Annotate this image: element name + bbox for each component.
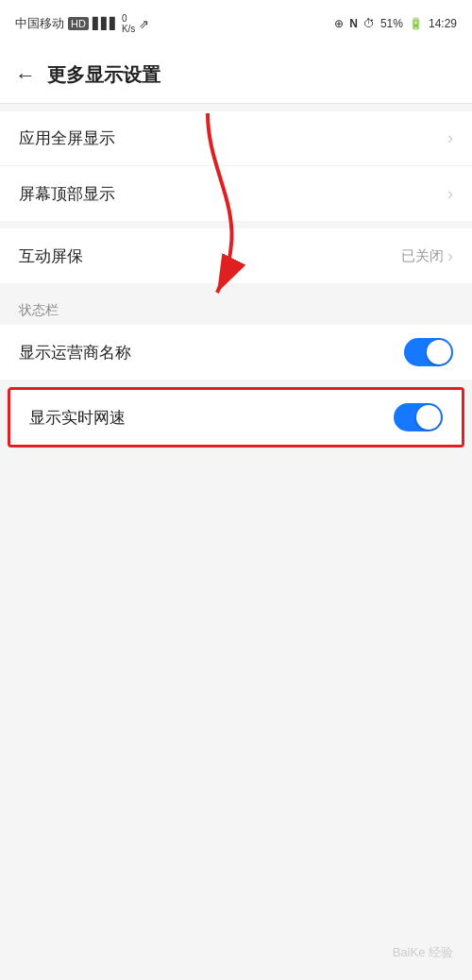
clock-icon: ⏱ [363, 17, 375, 30]
top-display-label: 屏幕顶部显示 [19, 183, 115, 205]
bluetooth-icon: ⊕ [334, 17, 344, 30]
settings-content: 应用全屏显示 › 屏幕顶部显示 › 互动屏保 已关闭 › 状态栏 显示运营商名称 [0, 111, 472, 448]
screensaver-value: 已关闭 [401, 247, 444, 265]
battery-level: 51% [380, 17, 403, 30]
highlight-wrapper: 显示实时网速 [0, 387, 472, 448]
share-icon: ⇗ [139, 17, 149, 31]
watermark: BaiKe 经验 [393, 944, 453, 961]
settings-group-3: 显示运营商名称 [0, 325, 472, 380]
toggle-knob [416, 405, 441, 430]
page-title: 更多显示设置 [47, 62, 160, 88]
list-item[interactable]: 屏幕顶部显示 › [0, 166, 472, 221]
list-item[interactable]: 互动屏保 已关闭 › [0, 228, 472, 283]
back-button[interactable]: ← [15, 63, 36, 88]
list-item: 显示运营商名称 [0, 325, 472, 380]
fullscreen-right: › [447, 128, 453, 148]
nfc-icon: N [349, 17, 358, 30]
list-item: 显示实时网速 [10, 390, 462, 445]
data-speed-label: 0K/s [122, 13, 135, 34]
chevron-right-icon: › [447, 184, 453, 204]
screensaver-label: 互动屏保 [19, 245, 83, 267]
battery-icon: 🔋 [409, 17, 423, 30]
highlighted-setting-box: 显示实时网速 [8, 387, 464, 448]
network-speed-toggle[interactable] [394, 403, 443, 431]
chevron-right-icon: › [447, 246, 453, 266]
operator-name-label: 显示运营商名称 [19, 342, 131, 363]
status-bar-right: ⊕ N ⏱ 51% 🔋 14:29 [334, 17, 457, 30]
top-display-right: › [447, 184, 453, 204]
settings-group-1: 应用全屏显示 › 屏幕顶部显示 › [0, 111, 472, 221]
status-bar-left: 中国移动 HD ▋▋▋ 0K/s ⇗ [15, 13, 149, 34]
list-item[interactable]: 应用全屏显示 › [0, 111, 472, 166]
time-label: 14:29 [429, 17, 457, 30]
carrier-label: 中国移动 [15, 15, 64, 32]
operator-name-toggle[interactable] [404, 338, 453, 366]
network-type-badge: HD [68, 17, 89, 30]
fullscreen-label: 应用全屏显示 [19, 127, 115, 149]
signal-bars-icon: ▋▋▋ [93, 17, 118, 30]
status-bar: 中国移动 HD ▋▋▋ 0K/s ⇗ ⊕ N ⏱ 51% 🔋 14:29 [0, 0, 472, 47]
toggle-knob [427, 340, 451, 364]
chevron-right-icon: › [447, 128, 453, 148]
network-speed-label: 显示实时网速 [29, 407, 126, 429]
screensaver-right: 已关闭 › [401, 246, 453, 266]
section-label-statusbar: 状态栏 [0, 291, 472, 325]
page-header: ← 更多显示设置 [0, 47, 472, 104]
settings-group-2: 互动屏保 已关闭 › [0, 228, 472, 283]
